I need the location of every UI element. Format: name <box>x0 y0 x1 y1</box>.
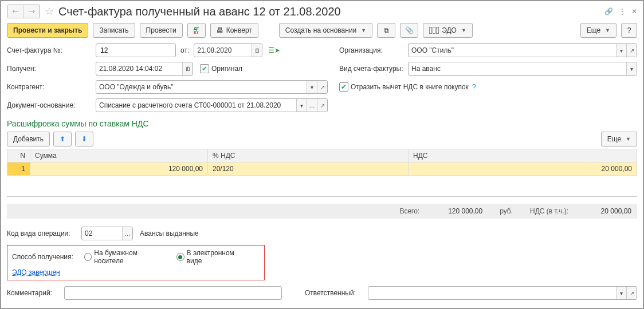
reflect-vat-checkbox[interactable] <box>339 82 348 92</box>
from-date-input[interactable]: 21.08.2020 🗓 <box>194 43 262 57</box>
close-icon[interactable]: ✕ <box>631 7 637 15</box>
delivery-label: Способ получения: <box>12 253 84 261</box>
chevron-down-icon[interactable]: ▾ <box>616 287 626 299</box>
create-based-label: Создать на основании <box>285 26 357 34</box>
basis-value: Списание с расчетного счета СТ00-000001 … <box>96 99 296 112</box>
op-code-desc: Авансы выданные <box>140 229 199 237</box>
edo-done-link[interactable]: ЭДО завершен <box>12 268 60 276</box>
from-date-value: 21.08.2020 <box>194 44 252 57</box>
radio-icon <box>176 253 184 261</box>
from-label: от: <box>180 46 189 54</box>
table-row[interactable]: 1 120 000,00 20/120 20 000,00 <box>7 163 637 176</box>
total-value: 120 000,00 <box>437 207 482 215</box>
title-right-controls: 🔗 ⋮ ✕ <box>604 7 637 15</box>
section-title: Расшифровка суммы по ставкам НДС <box>7 119 637 128</box>
col-rate[interactable]: % НДС <box>208 149 409 163</box>
type-value: На аванс <box>409 62 626 75</box>
number-input[interactable] <box>96 43 176 57</box>
related-button[interactable]: ⧉ <box>377 23 395 38</box>
number-label: Счет-фактура №: <box>7 46 96 54</box>
op-code-input[interactable]: 02 … <box>81 227 133 240</box>
create-based-button[interactable]: Создать на основании▼ <box>279 23 372 38</box>
convert-button[interactable]: 🖶 Конверт <box>210 23 258 38</box>
delivery-paper-radio[interactable]: На бумажном носителе <box>84 249 166 265</box>
post-and-close-button[interactable]: Провести и закрыть <box>7 23 88 38</box>
toolbar: Провести и закрыть Записать Провести ДтК… <box>7 23 637 38</box>
add-row-button[interactable]: Добавить <box>7 132 50 146</box>
forward-button[interactable]: 🡒 <box>23 5 40 18</box>
calendar-icon[interactable]: 🗓 <box>252 44 262 57</box>
page-title: Счет-фактура полученный на аванс 12 от 2… <box>58 5 341 18</box>
col-vat[interactable]: НДС <box>409 149 637 163</box>
attach-button[interactable]: 📎 <box>400 23 418 38</box>
type-input[interactable]: На аванс ▾ <box>408 62 637 76</box>
radio-icon <box>84 253 92 261</box>
reflect-vat-label: Отразить вычет НДС в книге покупок <box>351 83 469 91</box>
chevron-down-icon[interactable]: ▾ <box>296 99 307 112</box>
op-code-value: 02 <box>82 227 122 240</box>
open-icon[interactable]: ↗ <box>626 287 637 299</box>
more-label: Еще <box>587 26 600 34</box>
cell-sum[interactable]: 120 000,00 <box>30 163 208 176</box>
paperclip-icon: 📎 <box>405 26 414 34</box>
print-icon: 🖶 <box>217 26 223 34</box>
save-button[interactable]: Записать <box>93 23 135 38</box>
org-label: Организация: <box>339 46 408 54</box>
vat-total-value: 20 000,00 <box>586 207 631 215</box>
col-n[interactable]: N <box>7 149 30 163</box>
received-input[interactable]: 21.08.2020 14:04:02 🗓 <box>96 62 193 76</box>
total-label: Всего: <box>399 207 419 215</box>
chevron-down-icon[interactable]: ▾ <box>626 62 637 75</box>
open-icon[interactable]: ↗ <box>626 44 637 57</box>
chevron-down-icon[interactable]: ▾ <box>307 81 317 93</box>
original-checkbox[interactable] <box>200 64 209 73</box>
edo-label: ЭДО <box>442 26 457 34</box>
dt-kt-button[interactable]: ДтКт <box>187 23 206 38</box>
vat-total-label: НДС (в т.ч.): <box>530 207 568 215</box>
responsible-label: Ответственный: <box>305 289 368 297</box>
help-button[interactable]: ? <box>621 23 637 38</box>
edo-button[interactable]: ЭДО▼ <box>423 23 473 38</box>
ellipsis-icon[interactable]: … <box>122 227 132 240</box>
responsible-input[interactable]: ▾ ↗ <box>368 286 637 300</box>
table-more-button[interactable]: Еще▼ <box>601 132 637 146</box>
type-label: Вид счета-фактуры: <box>339 65 408 73</box>
calendar-icon[interactable]: 🗓 <box>182 62 193 75</box>
currency-label: руб. <box>500 207 513 215</box>
more-button[interactable]: Еще▼ <box>580 23 616 38</box>
basis-input[interactable]: Списание с расчетного счета СТ00-000001 … <box>96 98 328 112</box>
delivery-electronic-radio[interactable]: В электронном виде <box>176 249 249 265</box>
link-icon[interactable]: 🔗 <box>604 7 613 15</box>
counterparty-input[interactable]: ООО "Одежда и обувь" ▾ ↗ <box>96 80 328 94</box>
received-value: 21.08.2020 14:04:02 <box>96 62 182 75</box>
original-label: Оригинал <box>211 65 242 73</box>
comment-input[interactable] <box>64 286 282 300</box>
cell-n: 1 <box>7 163 30 176</box>
favorite-icon[interactable]: ☆ <box>45 5 54 18</box>
open-icon[interactable]: ↗ <box>317 81 327 93</box>
post-button[interactable]: Провести <box>140 23 183 38</box>
ellipsis-icon[interactable]: … <box>307 99 317 112</box>
table-toolbar: Добавить ⬆ ⬇ Еще▼ <box>7 132 637 146</box>
cell-vat[interactable]: 20 000,00 <box>409 163 637 176</box>
move-down-button[interactable]: ⬇ <box>75 132 93 146</box>
titlebar: 🡐 🡒 ☆ Счет-фактура полученный на аванс 1… <box>7 5 637 18</box>
table-more-label: Еще <box>607 135 621 143</box>
cell-rate[interactable]: 20/120 <box>208 163 409 176</box>
org-input[interactable]: ООО "Стиль" ▾ ↗ <box>408 43 637 57</box>
help-icon[interactable]: ? <box>472 83 476 91</box>
window: 🡐 🡒 ☆ Счет-фактура полученный на аванс 1… <box>0 0 644 309</box>
chevron-down-icon[interactable]: ▾ <box>616 44 626 57</box>
vat-table: N Сумма % НДС НДС 1 120 000,00 20/120 20… <box>7 149 637 197</box>
move-up-button[interactable]: ⬆ <box>53 132 72 146</box>
basis-label: Документ-основание: <box>7 101 96 109</box>
col-sum[interactable]: Сумма <box>30 149 208 163</box>
delivery-paper-label: На бумажном носителе <box>94 249 166 265</box>
kebab-icon[interactable]: ⋮ <box>619 7 626 15</box>
delivery-method-box: Способ получения: На бумажном носителе В… <box>7 245 265 280</box>
comment-label: Комментарий: <box>7 289 64 297</box>
apply-icon[interactable]: ☰➤ <box>268 46 280 54</box>
responsible-value <box>368 287 616 299</box>
open-icon[interactable]: ↗ <box>317 99 327 112</box>
back-button[interactable]: 🡐 <box>7 5 23 18</box>
